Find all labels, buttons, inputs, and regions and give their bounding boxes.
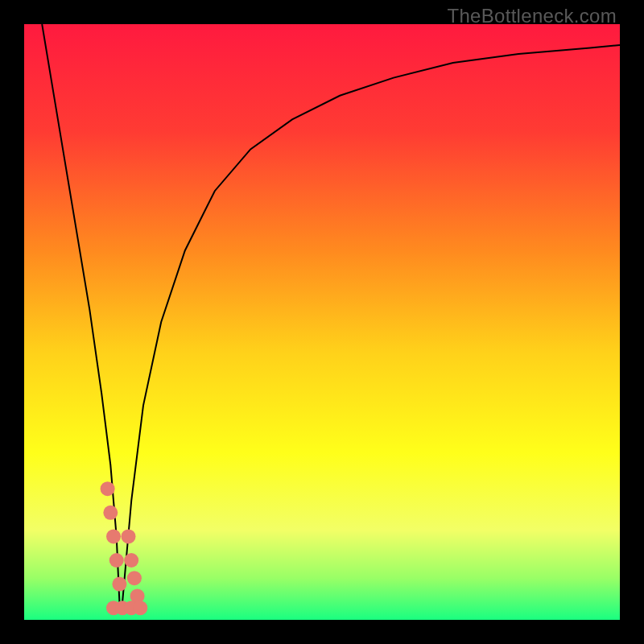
data-marker (106, 529, 121, 543)
chart-frame: TheBottleneck.com (0, 0, 644, 644)
curve-layer (24, 24, 620, 620)
data-marker (124, 553, 138, 568)
data-marker (101, 481, 115, 496)
data-marker (103, 506, 118, 520)
data-marker (127, 571, 142, 585)
data-marker (112, 577, 126, 592)
data-marker (122, 529, 136, 543)
data-marker (109, 553, 124, 568)
curve-right-curve (122, 45, 620, 602)
plot-area (24, 24, 620, 620)
data-marker (133, 601, 147, 615)
